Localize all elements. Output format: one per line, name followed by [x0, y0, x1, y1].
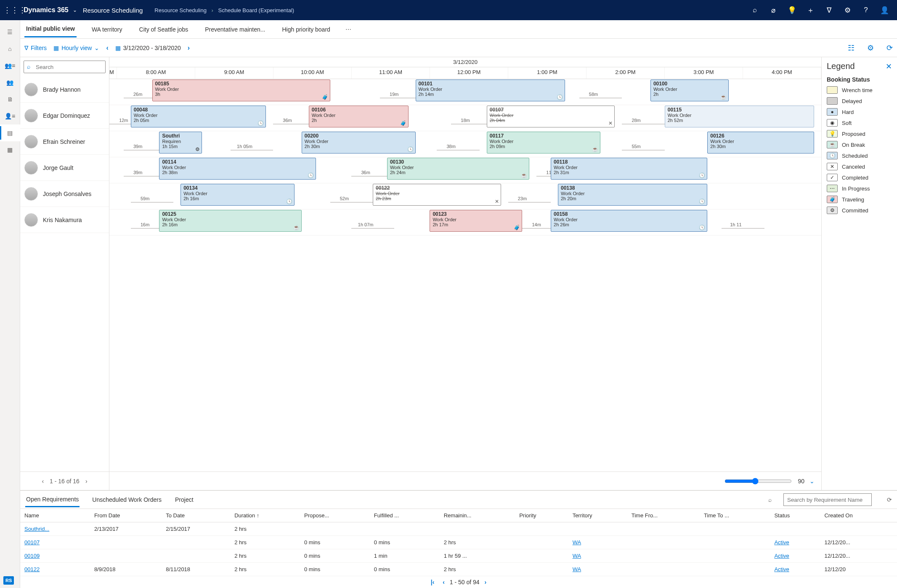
search-icon[interactable]: ⌕: [768, 496, 772, 503]
resource-row[interactable]: Joseph Gonsalves: [20, 181, 109, 207]
tab-preventative[interactable]: Preventative mainten...: [203, 22, 267, 37]
booking-card[interactable]: 00130Work Order2h 24m☕: [387, 158, 529, 180]
task-icon[interactable]: ⌀: [764, 6, 783, 15]
booking-card[interactable]: 00048Work Order2h 05m🕓: [131, 106, 266, 127]
list-toggle-icon[interactable]: ☷: [848, 43, 855, 53]
refresh-icon[interactable]: ⟳: [887, 496, 892, 503]
grid-link[interactable]: 00109: [24, 553, 40, 559]
filter-icon[interactable]: ∇: [820, 6, 838, 15]
tab-wa-territory[interactable]: WA territory: [90, 22, 124, 37]
requirement-search-input[interactable]: [783, 493, 872, 506]
booking-card[interactable]: 00134Work Order2h 16m🕓: [180, 184, 295, 206]
column-header[interactable]: Propose...: [300, 509, 370, 522]
grid-link[interactable]: WA: [573, 553, 581, 559]
grid-link[interactable]: Active: [774, 553, 789, 559]
column-header[interactable]: From Date: [90, 509, 162, 522]
tab-initial-public-view[interactable]: Initial public view: [24, 21, 77, 37]
booking-card[interactable]: 00185Work Order3h🧳: [152, 79, 330, 101]
booking-card[interactable]: 00117Work Order2h 09m☕: [487, 132, 601, 154]
resource-search-input[interactable]: [24, 61, 106, 73]
booking-card[interactable]: 00125Work Order2h 16m☕: [159, 210, 301, 232]
booking-card[interactable]: SouthriRequiren1h 15m⚙: [159, 132, 202, 154]
breadcrumb-root[interactable]: Resource Scheduling: [154, 7, 207, 13]
hamburger-icon[interactable]: ☰: [0, 24, 20, 40]
filters-button[interactable]: ∇Filters: [24, 45, 47, 51]
grid-link[interactable]: Active: [774, 539, 789, 546]
zoom-slider[interactable]: [724, 478, 792, 485]
table-row[interactable]: Southrid...2/13/20172/15/20172 hrs: [20, 522, 897, 536]
first-page-button[interactable]: |‹: [431, 579, 435, 585]
booking-card[interactable]: 00101Work Order2h 14m🕓: [416, 79, 565, 101]
grid-link[interactable]: 00107: [24, 539, 40, 546]
tab-project[interactable]: Project: [174, 493, 194, 506]
table-row[interactable]: 001072 hrs0 mins0 mins2 hrsWAActive12/12…: [20, 536, 897, 549]
help-icon[interactable]: ?: [857, 6, 875, 14]
grid-link[interactable]: WA: [573, 539, 581, 546]
next-range-button[interactable]: ›: [188, 44, 190, 52]
grid-link[interactable]: WA: [573, 566, 581, 572]
column-header[interactable]: Fulfilled ...: [370, 509, 440, 522]
view-mode-button[interactable]: ▦Hourly view ⌄: [53, 45, 99, 51]
resource-row[interactable]: Kris Nakamura: [20, 207, 109, 233]
resource-row[interactable]: Brady Hannon: [20, 77, 109, 103]
people-list-icon[interactable]: 👥≡: [0, 57, 20, 74]
resource-row[interactable]: Edgar Dominquez: [20, 103, 109, 129]
booking-card[interactable]: 00158Work Order2h 26m🕓: [551, 210, 707, 232]
column-header[interactable]: Time Fro...: [627, 509, 700, 522]
column-header[interactable]: Remainin...: [440, 509, 515, 522]
booking-card[interactable]: 00126Work Order2h 30m: [707, 132, 814, 154]
home-icon[interactable]: ⌂: [0, 40, 20, 57]
next-page-button[interactable]: ›: [485, 579, 487, 585]
grid-link[interactable]: 00122: [24, 566, 40, 572]
bulb-icon[interactable]: 💡: [783, 6, 801, 15]
booking-card[interactable]: 00122Work Order2h 23m✕: [373, 184, 501, 206]
table-row[interactable]: 001092 hrs0 mins1 min1 hr 59 ...WAActive…: [20, 549, 897, 563]
refresh-icon[interactable]: ⟳: [886, 43, 893, 53]
booking-card[interactable]: 00107Work Order2h 04m✕: [487, 106, 615, 127]
grid-link[interactable]: Southrid...: [24, 526, 49, 532]
booking-card[interactable]: 00100Work Order2h☕: [650, 79, 729, 101]
resource-row[interactable]: Jorge Gault: [20, 155, 109, 181]
chevron-down-icon[interactable]: ⌄: [73, 7, 77, 13]
grid-link[interactable]: Active: [774, 566, 789, 572]
tab-unscheduled-work-orders[interactable]: Unscheduled Work Orders: [91, 493, 162, 506]
plus-icon[interactable]: ＋: [801, 5, 820, 15]
prev-range-button[interactable]: ‹: [106, 44, 108, 52]
calendar-icon[interactable]: ▦: [0, 141, 20, 158]
board-icon[interactable]: ▤: [0, 124, 20, 141]
column-header[interactable]: Duration ↑: [230, 509, 300, 522]
list-icon[interactable]: 👤≡: [0, 108, 20, 124]
people-icon[interactable]: 👥: [0, 74, 20, 91]
settings-gear-icon[interactable]: ⚙: [867, 43, 874, 53]
column-header[interactable]: To Date: [162, 509, 230, 522]
next-page-button[interactable]: ›: [85, 478, 88, 485]
date-range-button[interactable]: ▦ 3/12/2020 - 3/18/2020: [115, 45, 181, 51]
prev-page-button[interactable]: ‹: [42, 478, 44, 485]
booking-card[interactable]: 00200Work Order2h 30m🕓: [302, 132, 416, 154]
booking-card[interactable]: 00114Work Order2h 38m🕓: [159, 158, 316, 180]
booking-card[interactable]: 00123Work Order2h 17m🧳: [430, 210, 522, 232]
booking-card[interactable]: 00138Work Order2h 20m🕓: [558, 184, 707, 206]
column-header[interactable]: Time To ...: [700, 509, 770, 522]
tab-open-requirements[interactable]: Open Requirements: [25, 493, 80, 507]
tab-high-priority[interactable]: High priority board: [280, 22, 332, 37]
doc-person-icon[interactable]: 🗎: [0, 91, 20, 108]
column-header[interactable]: Status: [770, 509, 820, 522]
tab-city-of-seattle[interactable]: City of Seattle jobs: [138, 22, 190, 37]
table-row[interactable]: 001228/9/20188/11/20182 hrs0 mins0 mins2…: [20, 563, 897, 576]
column-header[interactable]: Name: [20, 509, 90, 522]
resource-row[interactable]: Efrain Schreiner: [20, 129, 109, 155]
chevron-down-icon[interactable]: ⌄: [809, 478, 815, 485]
column-header[interactable]: Territory: [568, 509, 627, 522]
booking-card[interactable]: 00115Work Order2h 52m: [665, 106, 814, 127]
search-icon[interactable]: ⌕: [746, 6, 764, 14]
booking-card[interactable]: 00118Work Order2h 31m🕓: [551, 158, 707, 180]
column-header[interactable]: Priority: [515, 509, 568, 522]
user-icon[interactable]: 👤: [875, 6, 894, 15]
gear-icon[interactable]: ⚙: [838, 6, 857, 15]
tabs-overflow-icon[interactable]: ⋯: [345, 26, 352, 33]
column-header[interactable]: Created On: [820, 509, 897, 522]
app-launcher-icon[interactable]: ⋮⋮⋮: [3, 5, 24, 15]
prev-page-button[interactable]: ‹: [443, 579, 445, 585]
booking-card[interactable]: 00106Work Order2h🧳: [309, 106, 409, 127]
